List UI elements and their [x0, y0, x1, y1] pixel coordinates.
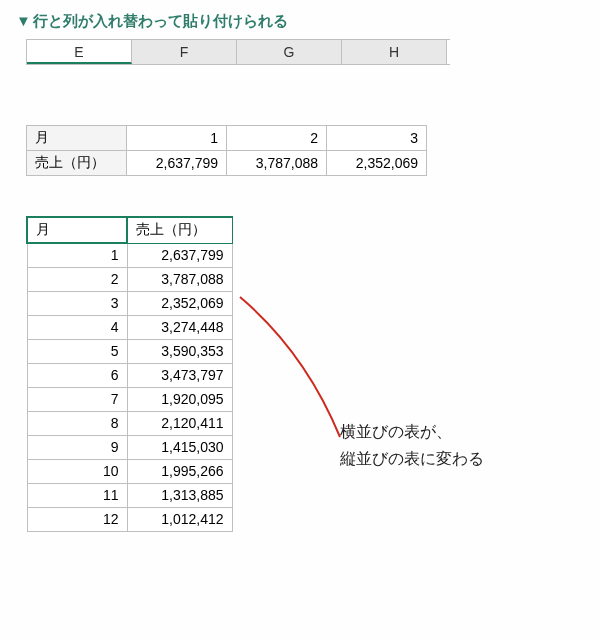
- table-row: 12,637,799: [27, 243, 232, 267]
- spreadsheet-column-headers: E F G H: [26, 39, 450, 65]
- table-header-row: 月 売上（円）: [27, 217, 232, 243]
- annotation-line2: 縦並びの表に変わる: [340, 445, 484, 472]
- table-row: 63,473,797: [27, 363, 232, 387]
- table-row: 101,995,266: [27, 459, 232, 483]
- header-month[interactable]: 月: [27, 217, 127, 243]
- row-label-sales[interactable]: 売上（円）: [27, 151, 127, 176]
- table-row: 43,274,448: [27, 315, 232, 339]
- month-cell[interactable]: 10: [27, 459, 127, 483]
- col-header-h[interactable]: H: [342, 40, 447, 64]
- sales-cell[interactable]: 2,120,411: [127, 411, 232, 435]
- month-cell[interactable]: 12: [27, 507, 127, 531]
- sales-cell[interactable]: 3,274,448: [127, 315, 232, 339]
- month-cell[interactable]: 1: [127, 126, 227, 151]
- month-cell[interactable]: 3: [27, 291, 127, 315]
- annotation-line1: 横並びの表が、: [340, 418, 484, 445]
- sales-cell[interactable]: 2,352,069: [327, 151, 427, 176]
- table-row: 23,787,088: [27, 267, 232, 291]
- horizontal-table: 月 1 2 3 売上（円） 2,637,799 3,787,088 2,352,…: [26, 125, 427, 176]
- sales-cell[interactable]: 3,787,088: [127, 267, 232, 291]
- section-heading: ▼行と列が入れ替わって貼り付けられる: [16, 12, 584, 31]
- sales-cell[interactable]: 2,352,069: [127, 291, 232, 315]
- col-header-f[interactable]: F: [132, 40, 237, 64]
- month-cell[interactable]: 2: [227, 126, 327, 151]
- sales-cell[interactable]: 3,590,353: [127, 339, 232, 363]
- table-row: 71,920,095: [27, 387, 232, 411]
- table-row: 91,415,030: [27, 435, 232, 459]
- sales-cell[interactable]: 1,920,095: [127, 387, 232, 411]
- table-row: 82,120,411: [27, 411, 232, 435]
- sales-cell[interactable]: 3,787,088: [227, 151, 327, 176]
- month-cell[interactable]: 4: [27, 315, 127, 339]
- month-cell[interactable]: 8: [27, 411, 127, 435]
- table-row: 111,313,885: [27, 483, 232, 507]
- table-row: 売上（円） 2,637,799 3,787,088 2,352,069: [27, 151, 427, 176]
- heading-text: 行と列が入れ替わって貼り付けられる: [33, 12, 288, 29]
- month-cell[interactable]: 2: [27, 267, 127, 291]
- month-cell[interactable]: 9: [27, 435, 127, 459]
- sales-cell[interactable]: 2,637,799: [127, 151, 227, 176]
- col-header-e[interactable]: E: [27, 40, 132, 64]
- month-cell[interactable]: 7: [27, 387, 127, 411]
- month-cell[interactable]: 3: [327, 126, 427, 151]
- table-row: 月 1 2 3: [27, 126, 427, 151]
- triangle-marker-icon: ▼: [16, 12, 31, 29]
- header-sales[interactable]: 売上（円）: [127, 217, 232, 243]
- table-row: 32,352,069: [27, 291, 232, 315]
- month-cell[interactable]: 11: [27, 483, 127, 507]
- sales-cell[interactable]: 3,473,797: [127, 363, 232, 387]
- month-cell[interactable]: 1: [27, 243, 127, 267]
- vertical-table: 月 売上（円） 12,637,799 23,787,088 32,352,069…: [26, 216, 233, 532]
- sales-cell[interactable]: 1,012,412: [127, 507, 232, 531]
- sales-cell[interactable]: 1,415,030: [127, 435, 232, 459]
- table-row: 121,012,412: [27, 507, 232, 531]
- sales-cell[interactable]: 2,637,799: [127, 243, 232, 267]
- month-cell[interactable]: 5: [27, 339, 127, 363]
- month-cell[interactable]: 6: [27, 363, 127, 387]
- col-header-g[interactable]: G: [237, 40, 342, 64]
- sales-cell[interactable]: 1,313,885: [127, 483, 232, 507]
- sales-cell[interactable]: 1,995,266: [127, 459, 232, 483]
- table-row: 53,590,353: [27, 339, 232, 363]
- row-label-month[interactable]: 月: [27, 126, 127, 151]
- annotation-text: 横並びの表が、 縦並びの表に変わる: [340, 418, 484, 472]
